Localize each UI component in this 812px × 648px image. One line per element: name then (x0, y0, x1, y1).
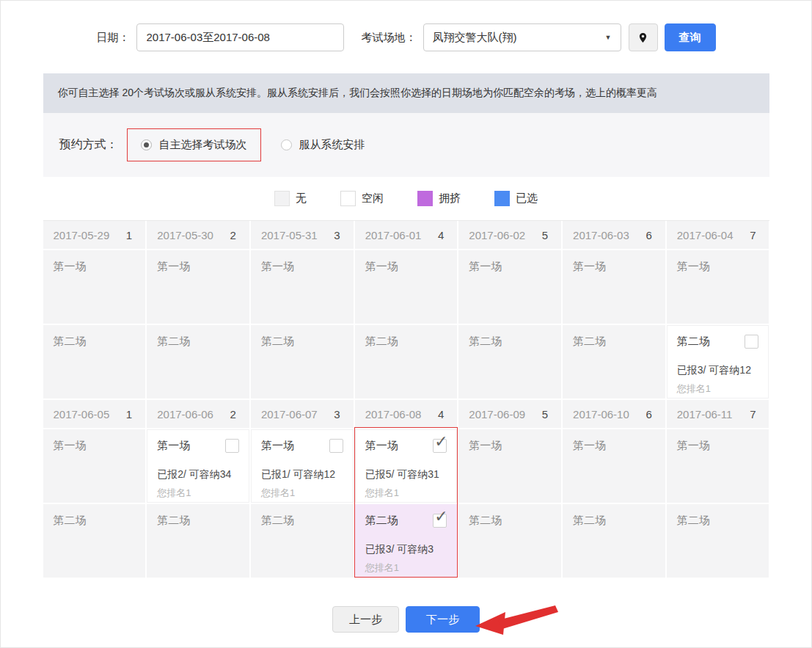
venue-select[interactable]: 凤翔交警大队(翔) ▼ (423, 23, 621, 51)
session-rank: 您排名1 (677, 382, 759, 396)
session-cell: 第二场 (458, 504, 561, 578)
day-number: 2 (230, 408, 236, 421)
day-number: 6 (645, 229, 651, 241)
legend-label: 无 (296, 192, 307, 205)
day-number: 3 (334, 229, 340, 241)
day-header: 2017-06-05 1 (43, 400, 146, 428)
session-cell: 第二场 (251, 325, 354, 398)
session-name: 第二场 (677, 335, 710, 349)
session-name: 第一场 (365, 260, 398, 274)
day-date: 2017-06-11 (677, 408, 733, 421)
session-cell-top: 第一场 (677, 260, 759, 274)
session-name: 第一场 (573, 439, 606, 453)
radio-unselected-icon[interactable] (281, 139, 292, 150)
day-header: 2017-06-02 5 (458, 221, 561, 249)
session-cell: 第一场 (458, 250, 561, 324)
session-name: 第二场 (261, 514, 294, 528)
day-column: 2017-06-11 7 第一场 第二场 (667, 400, 769, 578)
session-name: 第一场 (677, 439, 710, 453)
legend-item: 拥挤 (417, 191, 461, 206)
session-checkbox[interactable]: ✓ (433, 514, 447, 528)
session-cell[interactable]: 第一场✓已报5/ 可容纳31 您排名1 (355, 429, 458, 503)
radio-option-self-select[interactable]: 自主选择考试场次 (127, 128, 261, 161)
session-cell-top: 第二场 (573, 514, 655, 528)
day-column: 2017-06-10 6 第一场 第二场 (563, 400, 665, 578)
session-cell: 第二场 (147, 325, 249, 398)
legend-swatch (494, 191, 510, 206)
session-cell-top: 第一场 (469, 439, 551, 453)
radio-selected-icon[interactable] (141, 139, 152, 150)
session-cell: 第二场 (43, 504, 146, 578)
legend-item: 已选 (494, 191, 538, 206)
session-name: 第二场 (573, 514, 606, 528)
day-column: 2017-05-29 1 第一场 第二场 (43, 221, 146, 398)
session-cell-top: 第二场 (157, 335, 239, 349)
session-cell[interactable]: 第一场已报1/ 可容纳12 您排名1 (251, 429, 354, 503)
day-column: 2017-06-09 5 第一场 第二场 (458, 400, 561, 578)
session-cell: 第二场 (667, 504, 769, 578)
session-enrolled: 已报1/ 可容纳12 (261, 468, 343, 481)
day-column: 2017-05-30 2 第一场 第二场 (147, 221, 249, 398)
day-date: 2017-05-31 (261, 229, 318, 241)
session-cell: 第二场 (147, 504, 249, 578)
session-checkbox[interactable] (329, 439, 343, 453)
day-header: 2017-06-07 3 (251, 400, 354, 428)
session-cell[interactable]: 第一场已报2/ 可容纳34 您排名1 (147, 429, 249, 503)
session-cell-top: 第二场 (677, 514, 759, 528)
session-checkbox[interactable] (745, 335, 758, 349)
previous-step-button[interactable]: 上一步 (332, 606, 399, 633)
day-number: 5 (542, 229, 548, 241)
session-cell: 第二场 (563, 504, 665, 578)
query-button[interactable]: 查询 (665, 23, 716, 51)
day-date: 2017-06-03 (573, 229, 629, 241)
day-header: 2017-06-10 6 (563, 400, 665, 428)
session-cell-top: 第一场 (261, 260, 343, 274)
day-date: 2017-06-09 (469, 408, 525, 421)
session-cell[interactable]: 第二场已报3/ 可容纳12 您排名1 (667, 325, 769, 398)
legend-item: 空闲 (340, 191, 384, 206)
session-cell-top: 第二场 (677, 335, 759, 349)
session-name: 第二场 (365, 514, 398, 528)
session-name: 第一场 (677, 260, 710, 274)
session-cell: 第一场 (355, 250, 458, 324)
radio-option-label: 自主选择考试场次 (159, 138, 247, 152)
day-header: 2017-06-03 6 (563, 221, 665, 249)
day-number: 1 (126, 229, 132, 241)
next-step-button[interactable]: 下一步 (406, 606, 480, 633)
session-cell-top: 第一场 (469, 260, 551, 274)
day-date: 2017-06-04 (677, 229, 734, 241)
session-name: 第一场 (54, 439, 87, 453)
day-date: 2017-06-10 (573, 408, 629, 421)
next-step-wrap: 下一步 (406, 606, 480, 633)
radio-option-system-assign[interactable]: 服从系统安排 (281, 138, 365, 152)
calendar-week: 2017-06-05 1 第一场 第二场 2017-06-06 2 第一场已报2… (43, 400, 769, 578)
legend-label: 空闲 (362, 192, 384, 205)
session-name: 第二场 (469, 335, 502, 349)
session-name: 第一场 (157, 439, 190, 453)
session-checkbox[interactable]: ✓ (433, 439, 447, 453)
day-column: 2017-06-08 4 第一场✓已报5/ 可容纳31 您排名1 第二场✓已报3… (355, 400, 458, 578)
check-icon: ✓ (434, 432, 447, 451)
session-cell: 第二场 (251, 504, 354, 578)
session-cell[interactable]: 第二场✓已报3/ 可容纳3 您排名1 (355, 504, 458, 578)
day-header: 2017-05-29 1 (43, 221, 146, 249)
chevron-down-icon: ▼ (605, 34, 612, 41)
location-button[interactable] (629, 23, 658, 51)
session-cell-top: 第一场 (54, 260, 136, 274)
session-cell-top: 第二场 (54, 335, 136, 349)
session-checkbox[interactable] (225, 439, 239, 453)
session-cell-top: 第二场 (573, 335, 655, 349)
date-range-input[interactable] (136, 23, 344, 51)
session-name: 第二场 (157, 514, 190, 528)
day-date: 2017-06-06 (157, 408, 213, 421)
day-header: 2017-06-04 7 (667, 221, 769, 249)
session-cell: 第二场 (563, 325, 665, 398)
day-header: 2017-06-08 4 (355, 400, 458, 428)
session-cell-top: 第二场 (469, 514, 551, 528)
day-number: 7 (750, 408, 756, 421)
session-cell-top: 第二场 (54, 514, 136, 528)
legend-label: 拥挤 (439, 192, 461, 205)
session-rank: 您排名1 (365, 561, 447, 575)
session-rank: 您排名1 (157, 487, 239, 500)
session-name: 第一场 (365, 439, 398, 453)
